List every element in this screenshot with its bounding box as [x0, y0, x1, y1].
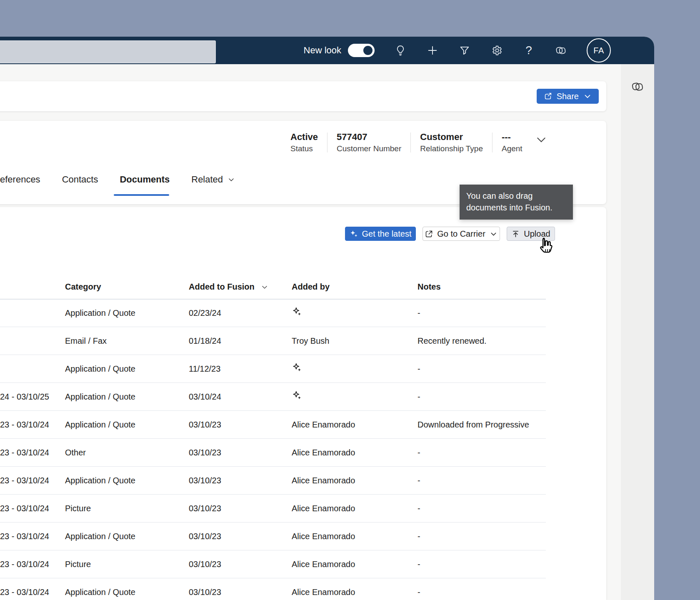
- ai-sparkle-icon: [292, 390, 302, 401]
- cell-added-by: Alice Enamorado: [292, 420, 355, 430]
- sort-chevron-icon: [260, 283, 269, 291]
- ai-sparkle-icon: [292, 307, 302, 318]
- tab-documents[interactable]: Documents: [120, 174, 170, 185]
- cell-policy-range: 23 - 03/10/24: [0, 504, 49, 513]
- cell-added-to-fusion: 03/10/23: [189, 560, 221, 569]
- copilot-icon[interactable]: [555, 44, 567, 57]
- table-row[interactable]: Application / Quote11/12/23-: [0, 355, 546, 383]
- table-row[interactable]: 23 - 03/10/24Application / Quote03/10/23…: [0, 467, 546, 495]
- cell-category: Application / Quote: [65, 364, 135, 374]
- cell-category: Picture: [65, 560, 91, 569]
- get-the-latest-button[interactable]: Get the latest: [345, 227, 416, 241]
- cell-added-to-fusion: 01/18/24: [189, 336, 221, 346]
- column-header-category[interactable]: Category: [65, 282, 101, 292]
- documents-panel: Get the latest Go to Carrier Upload: [0, 207, 606, 600]
- cell-category: Application / Quote: [65, 420, 135, 430]
- filter-icon[interactable]: [458, 44, 471, 57]
- documents-actions: Get the latest Go to Carrier Upload: [0, 227, 606, 241]
- cell-added-to-fusion: 03/10/23: [189, 420, 221, 430]
- copilot-rail: [621, 64, 654, 600]
- documents-table-header: Category Added to Fusion Added by Notes: [0, 279, 546, 300]
- cell-policy-range: 24 - 03/10/25: [0, 392, 49, 402]
- cell-added-by: Troy Bush: [292, 336, 329, 346]
- table-row[interactable]: Email / Fax01/18/24Troy BushRecently ren…: [0, 327, 546, 355]
- cell-notes: -: [418, 364, 420, 374]
- tab-related[interactable]: Related: [191, 174, 235, 185]
- cell-added-by: Alice Enamorado: [292, 476, 355, 485]
- table-row[interactable]: 23 - 03/10/24Picture03/10/23Alice Enamor…: [0, 550, 546, 578]
- new-look-toggle[interactable]: [348, 44, 375, 57]
- cell-added-to-fusion: 03/10/23: [189, 476, 221, 485]
- cell-added-to-fusion: 03/10/23: [189, 588, 221, 597]
- user-avatar[interactable]: FA: [587, 38, 611, 62]
- cell-category: Application / Quote: [65, 532, 135, 541]
- field-customer-number: 577407 Customer Number: [328, 132, 410, 153]
- go-to-carrier-button[interactable]: Go to Carrier: [422, 227, 500, 241]
- cell-added-to-fusion: 03/10/23: [189, 504, 221, 513]
- table-row[interactable]: Application / Quote02/23/24-: [0, 299, 546, 327]
- cell-category: Application / Quote: [65, 588, 135, 597]
- expand-summary-chevron-icon[interactable]: [535, 133, 548, 146]
- external-link-icon: [425, 230, 433, 238]
- ai-sparkle-icon: [292, 362, 302, 373]
- field-relationship-type: Customer Relationship Type: [411, 132, 492, 153]
- help-icon[interactable]: ?: [522, 44, 535, 57]
- table-row[interactable]: 23 - 03/10/24Application / Quote03/10/23…: [0, 522, 546, 550]
- table-row[interactable]: 23 - 03/10/24Application / Quote03/10/23…: [0, 411, 546, 439]
- top-bar: New look ? FA: [0, 37, 654, 64]
- search-input[interactable]: [0, 40, 216, 63]
- upload-icon: [511, 230, 520, 238]
- cell-policy-range: 23 - 03/10/24: [0, 420, 49, 430]
- topbar-actions: New look ? FA: [304, 37, 611, 64]
- cell-category: Email / Fax: [65, 336, 107, 346]
- cell-notes: -: [418, 308, 420, 318]
- cell-notes: -: [418, 532, 420, 541]
- copilot-rail-icon[interactable]: [631, 80, 644, 93]
- cell-added-by: Alice Enamorado: [292, 532, 355, 541]
- documents-table-body: Application / Quote02/23/24-Email / Fax0…: [0, 299, 546, 600]
- field-agent: --- Agent: [492, 132, 532, 153]
- upload-button[interactable]: Upload: [507, 227, 555, 241]
- table-row[interactable]: 23 - 03/10/24Application / Quote03/10/23…: [0, 578, 546, 600]
- cell-added-by: [292, 307, 302, 320]
- cell-category: Application / Quote: [65, 476, 135, 485]
- chevron-down-icon: [489, 230, 498, 238]
- cell-policy-range: 23 - 03/10/24: [0, 588, 49, 597]
- cell-notes: -: [418, 448, 420, 458]
- column-header-added-by[interactable]: Added by: [292, 282, 330, 292]
- cell-added-to-fusion: 03/10/24: [189, 392, 221, 402]
- cell-policy-range: 23 - 03/10/24: [0, 448, 49, 458]
- drag-documents-tooltip: You can also drag documents into Fusion.: [460, 185, 573, 220]
- app-window: New look ? FA: [0, 37, 654, 600]
- cell-category: Application / Quote: [65, 392, 135, 402]
- record-tabs: eferences Contacts Documents Related: [0, 170, 235, 189]
- chevron-down-icon: [583, 92, 592, 101]
- cell-added-to-fusion: 03/10/23: [189, 532, 221, 541]
- cell-notes: -: [418, 588, 420, 597]
- new-look-toggle-group: New look: [304, 44, 375, 57]
- tab-preferences[interactable]: eferences: [0, 174, 40, 185]
- cell-policy-range: 23 - 03/10/24: [0, 560, 49, 569]
- field-status: Active Status: [290, 132, 327, 153]
- cell-policy-range: 23 - 03/10/24: [0, 476, 49, 485]
- cell-added-to-fusion: 03/10/23: [189, 448, 221, 458]
- column-header-added-to-fusion[interactable]: Added to Fusion: [189, 282, 269, 292]
- cell-policy-range: 23 - 03/10/24: [0, 532, 49, 541]
- cell-added-by: Alice Enamorado: [292, 588, 355, 597]
- cell-added-by: Alice Enamorado: [292, 560, 355, 569]
- table-row[interactable]: 24 - 03/10/25Application / Quote03/10/24…: [0, 383, 546, 411]
- cell-added-to-fusion: 11/12/23: [189, 364, 220, 374]
- chevron-down-icon: [227, 175, 235, 184]
- cell-added-by: [292, 390, 302, 403]
- cell-added-by: Alice Enamorado: [292, 504, 355, 513]
- cell-category: Other: [65, 448, 86, 458]
- table-row[interactable]: 23 - 03/10/24Other03/10/23Alice Enamorad…: [0, 439, 546, 467]
- lightbulb-icon[interactable]: [394, 44, 407, 57]
- tab-contacts[interactable]: Contacts: [62, 174, 98, 185]
- column-header-notes[interactable]: Notes: [418, 282, 441, 292]
- table-row[interactable]: 23 - 03/10/24Picture03/10/23Alice Enamor…: [0, 495, 546, 522]
- add-icon[interactable]: [426, 44, 439, 57]
- share-button[interactable]: Share: [537, 89, 599, 104]
- settings-icon[interactable]: [490, 44, 503, 57]
- cell-notes: -: [418, 392, 420, 402]
